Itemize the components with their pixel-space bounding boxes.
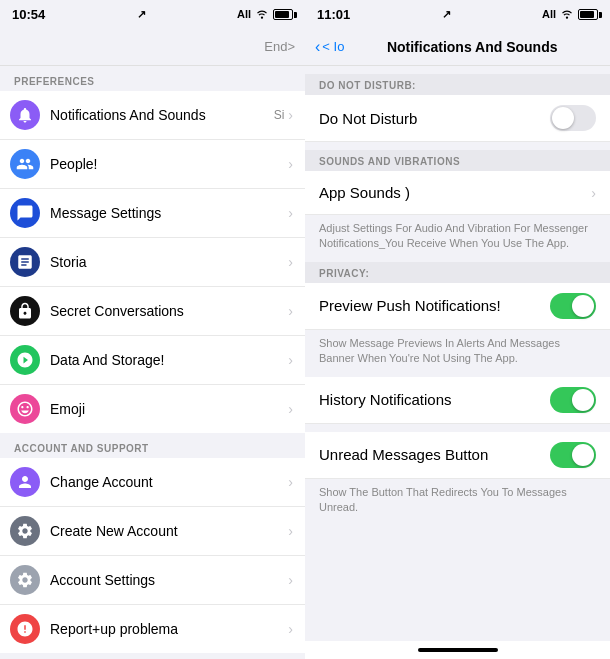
- right-arrow: ↗: [442, 8, 451, 21]
- create-account-icon: [10, 516, 40, 546]
- right-bottom-bar: [305, 641, 610, 659]
- list-item-secret[interactable]: Secret Conversations ›: [0, 287, 305, 336]
- unread-divider: [305, 424, 610, 432]
- back-button[interactable]: ‹ < Io: [315, 38, 344, 56]
- account-label: ACCOUNT AND SUPPORT: [0, 433, 305, 458]
- notifications-chevron: ›: [288, 107, 293, 123]
- change-account-label: Change Account: [50, 474, 288, 490]
- emoji-chevron: ›: [288, 401, 293, 417]
- unread-info: Show The Button That Redirects You To Me…: [305, 479, 610, 526]
- secret-icon: [10, 296, 40, 326]
- app-sounds-chevron: ›: [591, 185, 596, 201]
- history-notifications-label: History Notifications: [319, 391, 550, 408]
- secret-label: Secret Conversations: [50, 303, 288, 319]
- list-item-notifications[interactable]: Notifications And Sounds Si ›: [0, 91, 305, 140]
- privacy-section-label: PRIVACY:: [305, 262, 610, 283]
- history-list: History Notifications: [305, 377, 610, 424]
- unread-list: Unread Messages Button: [305, 432, 610, 479]
- dnd-toggle[interactable]: [550, 105, 596, 131]
- list-item-people[interactable]: People! ›: [0, 140, 305, 189]
- right-signal: All: [542, 8, 556, 20]
- preview-toggle[interactable]: [550, 293, 596, 319]
- notifications-label: Notifications And Sounds: [50, 107, 274, 123]
- preview-notifications-label: Preview Push Notifications!: [319, 297, 550, 314]
- dnd-section-label: DO NOT DISTURB:: [305, 74, 610, 95]
- list-item-storia[interactable]: Storia ›: [0, 238, 305, 287]
- sounds-list: App Sounds ) ›: [305, 171, 610, 215]
- emoji-icon: [10, 394, 40, 424]
- emoji-label: Emoji: [50, 401, 288, 417]
- list-item-account-settings[interactable]: Account Settings ›: [0, 556, 305, 605]
- left-status-icons: All: [237, 8, 293, 21]
- unread-messages-item[interactable]: Unread Messages Button: [305, 432, 610, 479]
- unread-messages-label: Unread Messages Button: [319, 446, 550, 463]
- notifications-icon: [10, 100, 40, 130]
- app-sounds-label: App Sounds ): [319, 184, 591, 201]
- storia-icon: [10, 247, 40, 277]
- report-icon: [10, 614, 40, 644]
- list-item-message[interactable]: Message Settings ›: [0, 189, 305, 238]
- people-icon: [10, 149, 40, 179]
- history-notifications-item[interactable]: History Notifications: [305, 377, 610, 424]
- storage-label: Data And Storage!: [50, 352, 288, 368]
- left-panel: 10:54 ↗ All End> PREFERENCES Notificatio…: [0, 0, 305, 659]
- list-item-emoji[interactable]: Emoji ›: [0, 385, 305, 433]
- left-wifi-icon: [255, 8, 269, 21]
- app-sounds-item[interactable]: App Sounds ) ›: [305, 171, 610, 215]
- change-account-chevron: ›: [288, 474, 293, 490]
- account-settings-label: Account Settings: [50, 572, 288, 588]
- home-indicator: [418, 648, 498, 652]
- account-settings-chevron: ›: [288, 572, 293, 588]
- list-item-report[interactable]: Report+up problema ›: [0, 605, 305, 653]
- right-wifi-icon: [560, 8, 574, 21]
- storage-chevron: ›: [288, 352, 293, 368]
- back-label: < Io: [322, 39, 344, 54]
- dnd-divider-top: [305, 66, 610, 74]
- storia-chevron: ›: [288, 254, 293, 270]
- right-time: 11:01: [317, 7, 350, 22]
- people-chevron: ›: [288, 156, 293, 172]
- dnd-list: Do Not Disturb: [305, 95, 610, 142]
- list-item-storage[interactable]: Data And Storage! ›: [0, 336, 305, 385]
- report-chevron: ›: [288, 621, 293, 637]
- right-nav-header: ‹ < Io Notifications And Sounds: [305, 28, 610, 66]
- create-account-label: Create New Account: [50, 523, 288, 539]
- left-nav-title: End>: [10, 39, 295, 54]
- preview-notifications-item[interactable]: Preview Push Notifications!: [305, 283, 610, 330]
- right-panel: 11:01 ↗ All ‹ < Io Notifications And Sou…: [305, 0, 610, 659]
- left-battery-icon: [273, 9, 293, 20]
- sounds-divider: [305, 142, 610, 150]
- preferences-list: Notifications And Sounds Si › People! › …: [0, 91, 305, 433]
- preview-info: Show Message Previews In Alerts And Mess…: [305, 330, 610, 377]
- sounds-section-label: SOUNDS AND VIBRATIONS: [305, 150, 610, 171]
- privacy-list: Preview Push Notifications!: [305, 283, 610, 330]
- report-label: Report+up problema: [50, 621, 288, 637]
- page-title: Notifications And Sounds: [344, 39, 600, 55]
- list-item-create-account[interactable]: Create New Account ›: [0, 507, 305, 556]
- left-signal: All: [237, 8, 251, 20]
- dnd-item[interactable]: Do Not Disturb: [305, 95, 610, 142]
- unread-toggle[interactable]: [550, 442, 596, 468]
- dnd-label: Do Not Disturb: [319, 110, 550, 127]
- storage-icon: [10, 345, 40, 375]
- message-label: Message Settings: [50, 205, 288, 221]
- left-time: 10:54: [12, 7, 45, 22]
- list-item-change-account[interactable]: Change Account ›: [0, 458, 305, 507]
- message-icon: [10, 198, 40, 228]
- account-list: Change Account › Create New Account › Ac…: [0, 458, 305, 653]
- preferences-label: PREFERENCES: [0, 66, 305, 91]
- app-sounds-info: Adjust Settings For Audio And Vibration …: [305, 215, 610, 262]
- right-status-icons: All: [542, 8, 598, 21]
- left-nav-header: End>: [0, 28, 305, 66]
- left-arrow: ↗: [137, 8, 146, 21]
- people-label: People!: [50, 156, 288, 172]
- secret-chevron: ›: [288, 303, 293, 319]
- back-chevron-icon: ‹: [315, 38, 320, 56]
- change-account-icon: [10, 467, 40, 497]
- history-toggle[interactable]: [550, 387, 596, 413]
- notifications-value: Si: [274, 108, 285, 122]
- right-status-bar: 11:01 ↗ All: [305, 0, 610, 28]
- message-chevron: ›: [288, 205, 293, 221]
- create-account-chevron: ›: [288, 523, 293, 539]
- left-status-bar: 10:54 ↗ All: [0, 0, 305, 28]
